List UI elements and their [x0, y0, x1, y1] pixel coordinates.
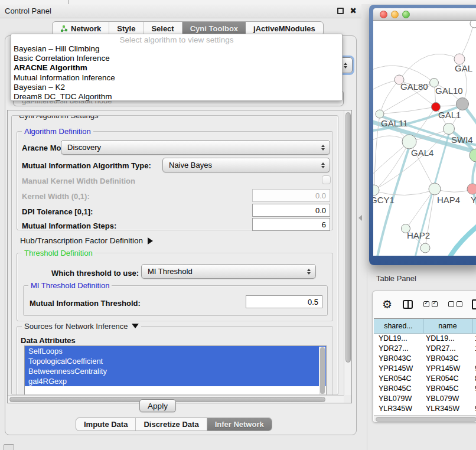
checked-checkbox-icon: [423, 301, 429, 307]
bottom-tabbar: Impute Data Discretize Data Infer Networ…: [76, 418, 272, 431]
select-all-columns-button[interactable]: [423, 301, 438, 307]
close-button[interactable]: [380, 11, 387, 18]
settings-vertical-scrollbar[interactable]: [344, 110, 351, 395]
split-columns-icon[interactable]: [403, 300, 413, 309]
table-horizontal-scrollbar[interactable]: [374, 415, 476, 422]
node-salmon[interactable]: [467, 184, 476, 194]
group-title: Cyni Algorithm Settings: [17, 115, 100, 120]
list-item[interactable]: BetweennessCentrality: [25, 366, 326, 376]
table-body: YDL19... YDL19... 13 YDR27... YDR27... 1…: [374, 334, 476, 415]
gear-icon[interactable]: ⚙: [382, 298, 392, 311]
combo-value: Discovery: [67, 143, 101, 152]
algorithm-option-bayesian-hill-climbing[interactable]: Bayesian – Hill Climbing: [11, 44, 342, 54]
which-threshold-label: Which threshold to use:: [51, 269, 139, 278]
cell-shared-name: YLR345W: [374, 404, 423, 414]
table-panel: ⚙ shared... name A YDL19... YDL19... 13: [372, 291, 476, 423]
table-row[interactable]: YDR27... YDR27... 12: [374, 344, 476, 354]
cell-value: 9.: [472, 384, 476, 394]
combo-arrows-icon: [344, 63, 347, 69]
tab-label: Select: [151, 24, 174, 33]
mit-field[interactable]: [246, 295, 322, 308]
float-window-icon[interactable]: [337, 8, 344, 14]
tab-impute-data[interactable]: Impute Data: [76, 418, 136, 431]
group-title: MI Threshold Definition: [28, 281, 112, 290]
column-header-partial[interactable]: A: [472, 319, 476, 333]
algorithm-option-mutual-information[interactable]: Mutual Information Inference: [11, 73, 342, 83]
deselect-all-columns-button[interactable]: [448, 301, 462, 307]
zoom-button[interactable]: [402, 11, 410, 18]
table-row[interactable]: YBR043C YBR043C: [374, 354, 476, 364]
dpi-tolerance-field[interactable]: [252, 204, 330, 217]
mi-type-combobox[interactable]: Naive Bayes: [162, 158, 330, 172]
apply-label: Apply: [148, 402, 168, 410]
table-row[interactable]: YLR345W YLR345W 9.: [374, 404, 476, 414]
which-threshold-combobox[interactable]: MI Threshold: [141, 264, 316, 279]
apply-button[interactable]: Apply: [139, 399, 176, 412]
network-canvas[interactable]: GAL GAL80 GAL10 GAL1 GAL11 SWI4 GAL4 GCY…: [373, 21, 476, 256]
node-swi4[interactable]: [444, 123, 455, 135]
cell-shared-name: YER054C: [374, 374, 423, 384]
cell-name: YBR045C: [423, 384, 472, 394]
node-gray[interactable]: [457, 98, 469, 110]
list-item[interactable]: gal4RGexp: [25, 376, 326, 386]
table-row[interactable]: YER054C YER054C 8.: [374, 374, 476, 384]
algorithm-option-basic-correlation[interactable]: Basic Correlation Inference: [11, 54, 342, 63]
column-header-shared[interactable]: shared...: [374, 319, 423, 333]
screen: Control Panel ✖ Network Style Select Cyn…: [0, 0, 476, 450]
list-item[interactable]: TopologicalCoefficient: [25, 356, 326, 366]
mi-type-label: Mutual Information Algorithm Type:: [22, 161, 151, 170]
algorithm-option-aracne[interactable]: ARACNE Algorithm: [11, 63, 342, 73]
combo-value: Naive Bayes: [169, 161, 212, 169]
kernel-width-field[interactable]: [252, 189, 330, 202]
list-scrollbar[interactable]: [319, 347, 325, 395]
tab-label: Style: [117, 24, 135, 33]
network-window-titlebar[interactable]: [373, 8, 476, 21]
right-divider: [367, 267, 367, 450]
tab-label: Cyni Toolbox: [190, 24, 238, 33]
node-partial-top[interactable]: [470, 21, 476, 28]
data-attributes-list[interactable]: SelfLoopsTopologicalCoefficientBetweenne…: [24, 345, 327, 395]
unchecked-checkbox-icon: [448, 301, 454, 307]
svg-text:GCY1: GCY1: [373, 195, 395, 205]
algorithm-option-bayesian-k2[interactable]: Bayesian – K2: [11, 83, 342, 92]
cell-value: 12: [472, 344, 476, 354]
svg-text:GAL11: GAL11: [381, 118, 408, 128]
table-row[interactable]: YBL079W YBL079W: [374, 394, 476, 404]
tab-label: jActiveMNodules: [253, 24, 315, 33]
node-bottom[interactable]: [420, 243, 430, 253]
mit-label: Mutual Information Threshold:: [30, 299, 141, 308]
node-gal11[interactable]: [376, 110, 384, 118]
table-row[interactable]: YPR145W YPR145W 9.: [374, 364, 476, 374]
tab-infer-network[interactable]: Infer Network: [207, 418, 272, 431]
hub-factor-section-toggle[interactable]: Hub/Transcription Factor Definition: [20, 236, 153, 245]
table-row[interactable]: YDL19... YDL19... 13: [374, 334, 476, 344]
algorithm-definition-group: Algorithm Definition Aracne Mode: Discov…: [17, 131, 333, 230]
cell-name: YDR27...: [423, 344, 472, 354]
sources-title: Sources for Network Inference: [24, 322, 128, 331]
node-hap4[interactable]: [429, 183, 441, 195]
table-toolbar: ⚙: [373, 291, 476, 317]
svg-text:HAP4: HAP4: [437, 195, 460, 205]
panel-splitter-handle[interactable]: [358, 215, 362, 221]
table-row[interactable]: YBR045C YBR045C 9.: [374, 384, 476, 394]
minimize-button[interactable]: [391, 11, 399, 18]
close-icon[interactable]: ✖: [350, 8, 357, 14]
threshold-definition-group: Threshold Definition Which threshold to …: [17, 253, 333, 321]
list-item[interactable]: SelfLoops: [25, 346, 326, 356]
cell-name: YBR043C: [423, 354, 472, 364]
mi-steps-field[interactable]: [252, 218, 330, 231]
node-gal4[interactable]: [402, 135, 416, 149]
combo-arrows-icon: [321, 145, 325, 151]
document-icon[interactable]: [472, 299, 476, 309]
collapse-down-icon[interactable]: [132, 324, 139, 328]
node-gcy1[interactable]: [373, 185, 379, 195]
column-header-name[interactable]: name: [423, 319, 472, 333]
algorithm-option-dream8[interactable]: Dream8 DC_TDC Algorithm: [11, 92, 342, 102]
manual-kernel-checkbox[interactable]: [322, 175, 331, 184]
hub-factor-label: Hub/Transcription Factor Definition: [20, 236, 143, 245]
aracne-mode-combobox[interactable]: Discovery: [61, 140, 330, 155]
tab-discretize-data[interactable]: Discretize Data: [136, 418, 207, 431]
cell-shared-name: YBR045C: [374, 384, 423, 394]
group-title: Threshold Definition: [22, 249, 95, 257]
kernel-width-label: Kernel Width (0,1):: [22, 192, 90, 201]
